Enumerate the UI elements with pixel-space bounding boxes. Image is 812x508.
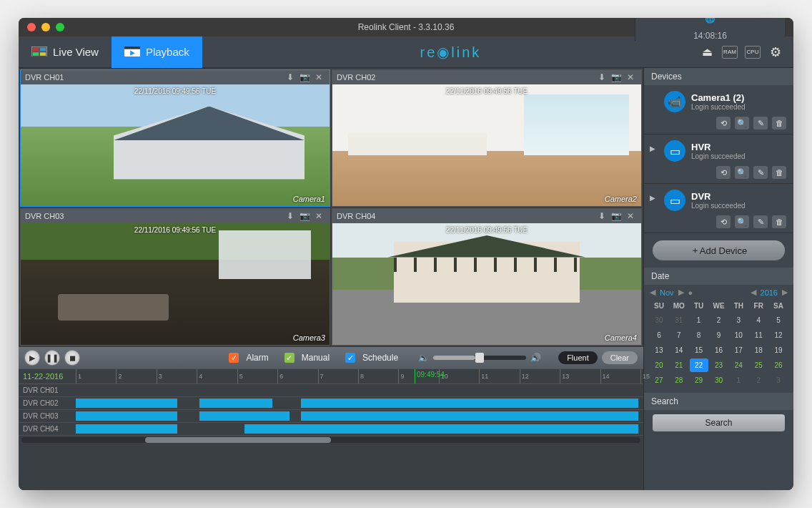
- calendar-day[interactable]: 1: [729, 373, 748, 387]
- video-cell-1[interactable]: DVR CH01 ⬇ 📷 ✕ 22/11/2016 09:49:56 TUE C…: [20, 69, 330, 207]
- snapshot-icon[interactable]: 📷: [298, 72, 311, 83]
- calendar-day[interactable]: 6: [650, 328, 668, 342]
- download-icon[interactable]: ⬇: [284, 72, 297, 83]
- calendar-dot-icon[interactable]: ●: [688, 288, 693, 297]
- download-icon[interactable]: ⬇: [595, 72, 608, 83]
- device-delete-icon[interactable]: 🗑: [772, 215, 786, 228]
- pause-button[interactable]: ❚❚: [44, 350, 60, 366]
- device-search-icon[interactable]: 🔍: [735, 215, 749, 228]
- calendar-day[interactable]: 9: [710, 328, 728, 342]
- expand-icon[interactable]: ▶: [650, 145, 655, 152]
- snapshot-icon[interactable]: 📷: [610, 72, 623, 83]
- calendar-day[interactable]: 23: [710, 358, 728, 372]
- device-search-icon[interactable]: 🔍: [735, 117, 749, 130]
- timeline-row[interactable]: DVR CH01: [19, 384, 643, 397]
- calendar-day[interactable]: 3: [769, 373, 788, 387]
- video-feed[interactable]: 22/11/2016 09:49:56 TUE Camera3: [21, 223, 330, 345]
- calendar-day[interactable]: 29: [690, 373, 708, 387]
- calendar-day[interactable]: 13: [650, 343, 668, 357]
- video-feed[interactable]: 22/11/2016 09:49:56 TUE Camera2: [332, 84, 641, 206]
- calendar-day[interactable]: 30: [650, 313, 668, 327]
- add-device-button[interactable]: ＋ Add Device: [653, 240, 785, 260]
- device-edit-icon[interactable]: ✎: [753, 166, 768, 179]
- device-item[interactable]: ▶ ▭ DVR Login succeeded ⟲ 🔍 ✎ 🗑: [644, 184, 793, 233]
- search-button[interactable]: Search: [653, 414, 785, 431]
- device-edit-icon[interactable]: ✎: [753, 117, 768, 130]
- cpu-indicator[interactable]: CPU: [745, 46, 761, 59]
- download-icon[interactable]: ⬇: [284, 210, 297, 222]
- device-refresh-icon[interactable]: ⟲: [716, 215, 731, 228]
- year-prev-icon[interactable]: ◀: [751, 288, 756, 297]
- calendar-day[interactable]: 10: [729, 328, 748, 342]
- calendar-day[interactable]: 16: [710, 343, 728, 357]
- timeline-scrollbar[interactable]: [19, 436, 643, 444]
- play-button[interactable]: ▶: [24, 350, 40, 366]
- calendar-day[interactable]: 8: [690, 328, 708, 342]
- calendar-day[interactable]: 20: [650, 358, 668, 372]
- calendar-day[interactable]: 2: [710, 313, 728, 327]
- download-icon[interactable]: ⬇: [595, 210, 608, 222]
- calendar-day[interactable]: 31: [670, 313, 688, 327]
- calendar-day[interactable]: 2: [749, 373, 768, 387]
- calendar-day[interactable]: 22: [690, 358, 708, 372]
- calendar-day[interactable]: 4: [749, 313, 768, 327]
- timeline-row[interactable]: DVR CH02: [19, 397, 643, 410]
- ram-indicator[interactable]: RAM: [722, 46, 738, 59]
- volume-mute-icon[interactable]: 🔈: [418, 353, 429, 363]
- year-next-icon[interactable]: ▶: [782, 288, 788, 297]
- timeline-row[interactable]: DVR CH03: [19, 410, 643, 423]
- close-cell-icon[interactable]: ✕: [312, 72, 325, 83]
- video-feed[interactable]: 22/11/2016 09:49:56 TUE Camera1: [21, 84, 330, 206]
- device-delete-icon[interactable]: 🗑: [772, 117, 786, 130]
- manual-checkbox[interactable]: ✓: [284, 353, 294, 363]
- device-refresh-icon[interactable]: ⟲: [716, 117, 731, 130]
- calendar-day[interactable]: 26: [769, 358, 788, 372]
- calendar-day[interactable]: 11: [749, 328, 768, 342]
- volume-slider[interactable]: [433, 356, 526, 360]
- calendar-day[interactable]: 21: [670, 358, 688, 372]
- close-cell-icon[interactable]: ✕: [624, 72, 637, 83]
- calendar-day[interactable]: 17: [729, 343, 748, 357]
- calendar-day[interactable]: 18: [749, 343, 768, 357]
- video-cell-2[interactable]: DVR CH02 ⬇ 📷 ✕ 22/11/2016 09:49:56 TUE C…: [332, 69, 642, 207]
- expand-icon[interactable]: ▶: [650, 194, 655, 202]
- clear-button[interactable]: Clear: [602, 351, 638, 364]
- close-cell-icon[interactable]: ✕: [312, 210, 325, 222]
- calendar-day[interactable]: 3: [729, 313, 748, 327]
- snapshot-icon[interactable]: 📷: [610, 210, 623, 222]
- device-item[interactable]: 📹 Camera1 (2) Login succeeded ⟲ 🔍 ✎ 🗑: [644, 85, 793, 135]
- schedule-checkbox[interactable]: ✓: [345, 353, 355, 363]
- tab-live-view[interactable]: Live View: [19, 36, 112, 68]
- disk-icon[interactable]: ⏏: [699, 46, 715, 59]
- device-search-icon[interactable]: 🔍: [735, 166, 749, 179]
- calendar-day[interactable]: 14: [670, 343, 688, 357]
- snapshot-icon[interactable]: 📷: [298, 210, 311, 222]
- video-feed[interactable]: 22/11/2016 09:49:56 TUE Camera4: [332, 223, 641, 345]
- close-cell-icon[interactable]: ✕: [624, 210, 637, 222]
- calendar-day[interactable]: 25: [749, 358, 768, 372]
- calendar-day[interactable]: 30: [710, 373, 728, 387]
- tab-playback[interactable]: Playback: [112, 36, 202, 68]
- settings-gear-icon[interactable]: ⚙: [768, 46, 783, 59]
- calendar-day[interactable]: 24: [729, 358, 748, 372]
- month-prev-icon[interactable]: ◀: [650, 288, 655, 297]
- stream-quality-button[interactable]: Fluent: [558, 351, 598, 364]
- stop-button[interactable]: ◼: [64, 350, 80, 366]
- device-edit-icon[interactable]: ✎: [753, 215, 768, 228]
- video-cell-4[interactable]: DVR CH04 ⬇ 📷 ✕ 22/11/2016 09:49:56 TUE C…: [332, 208, 642, 346]
- calendar-day[interactable]: 12: [769, 328, 788, 342]
- calendar-day[interactable]: 15: [690, 343, 708, 357]
- calendar-day[interactable]: 1: [690, 313, 708, 327]
- timeline-row[interactable]: DVR CH04: [19, 423, 643, 436]
- device-refresh-icon[interactable]: ⟲: [716, 166, 731, 179]
- video-cell-3[interactable]: DVR CH03 ⬇ 📷 ✕ 22/11/2016 09:49:56 TUE C…: [20, 208, 330, 346]
- device-delete-icon[interactable]: 🗑: [772, 166, 786, 179]
- calendar-day[interactable]: 7: [670, 328, 688, 342]
- calendar-day[interactable]: 28: [670, 373, 688, 387]
- calendar-day[interactable]: 19: [769, 343, 788, 357]
- calendar-day[interactable]: 27: [650, 373, 668, 387]
- timeline-ruler[interactable]: 11-22-2016 12345678910111213141509:49:54: [19, 368, 643, 384]
- month-next-icon[interactable]: ▶: [678, 288, 684, 297]
- alarm-checkbox[interactable]: ✓: [229, 353, 239, 363]
- calendar-day[interactable]: 5: [769, 313, 788, 327]
